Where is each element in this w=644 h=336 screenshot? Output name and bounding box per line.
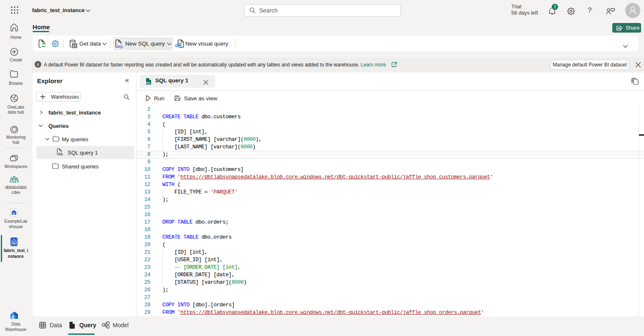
svg-text:SQL: SQL [58, 153, 63, 156]
svg-text:SQL: SQL [117, 45, 124, 48]
svg-text:SQL: SQL [146, 81, 151, 84]
